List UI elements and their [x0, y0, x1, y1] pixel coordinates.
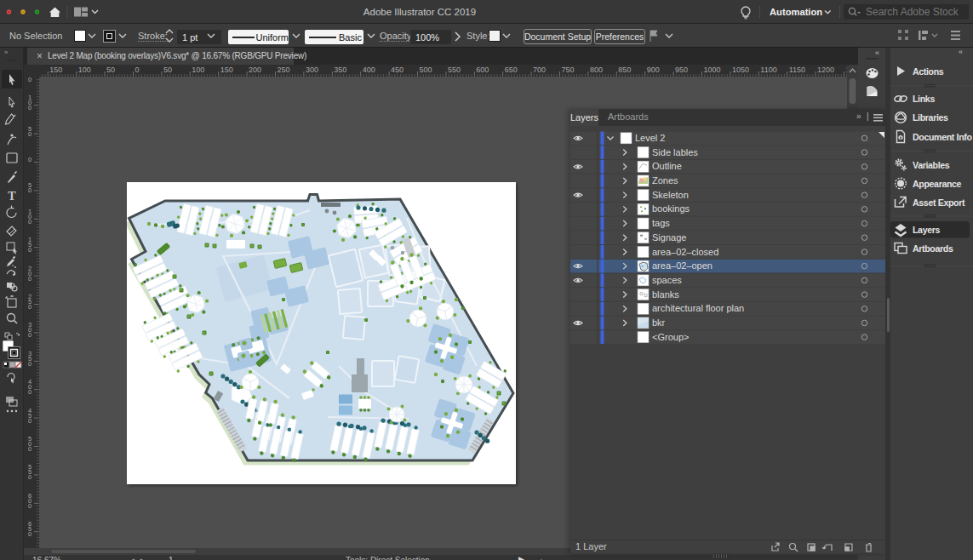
svg-text:Asset Export: Asset Export: [913, 197, 965, 208]
svg-text:«: «: [875, 49, 879, 57]
svg-text:Document Info: Document Info: [913, 132, 972, 142]
svg-text:Outline: Outline: [652, 161, 682, 171]
svg-text:Actions: Actions: [913, 66, 944, 77]
svg-text:architectural floor plan: architectural floor plan: [652, 303, 744, 313]
svg-text:250: 250: [278, 66, 290, 74]
svg-text:0: 0: [28, 445, 31, 453]
svg-text:1200: 1200: [817, 66, 834, 74]
svg-text:Artboards: Artboards: [913, 243, 953, 254]
svg-text:0: 0: [28, 502, 31, 510]
svg-text:spaces: spaces: [652, 275, 682, 285]
svg-text:Signage: Signage: [652, 232, 686, 243]
svg-text:Side lables: Side lables: [652, 147, 698, 157]
svg-text:800: 800: [590, 66, 603, 74]
svg-text:350: 350: [334, 66, 346, 74]
svg-text:0: 0: [28, 360, 31, 368]
svg-text:1000: 1000: [704, 66, 721, 74]
svg-text:450: 450: [391, 66, 404, 74]
svg-text:0: 0: [28, 473, 31, 481]
svg-text:100: 100: [78, 66, 91, 74]
svg-text:Zones: Zones: [652, 175, 678, 186]
svg-text:650: 650: [505, 66, 518, 74]
svg-text:1150: 1150: [789, 66, 805, 74]
svg-text:0: 0: [28, 246, 31, 254]
svg-text:0: 0: [28, 156, 31, 163]
svg-text:Skeleton: Skeleton: [652, 190, 689, 200]
svg-text:200: 200: [249, 66, 261, 74]
svg-text:100: 100: [192, 66, 204, 74]
svg-text:Automation: Automation: [770, 7, 822, 17]
svg-text:600: 600: [476, 66, 489, 74]
svg-text:700: 700: [533, 66, 546, 74]
svg-text:»: »: [4, 49, 9, 56]
svg-text:0: 0: [28, 77, 31, 83]
svg-text:area–02–closed: area–02–closed: [652, 247, 718, 257]
svg-text:150: 150: [220, 66, 233, 74]
svg-text:0: 0: [28, 417, 31, 425]
svg-text:0: 0: [28, 218, 31, 226]
svg-text:0: 0: [28, 530, 31, 538]
svg-text:300: 300: [306, 66, 318, 74]
svg-text:400: 400: [363, 66, 375, 74]
svg-text:Layers: Layers: [913, 225, 941, 235]
svg-text:750: 750: [562, 66, 575, 74]
svg-text:50: 50: [163, 66, 172, 74]
svg-text:area–02–open: area–02–open: [652, 260, 713, 271]
svg-text:550: 550: [448, 66, 461, 74]
svg-text:<Group>: <Group>: [652, 332, 689, 342]
svg-text:bookings: bookings: [652, 203, 690, 214]
svg-text:500: 500: [420, 66, 432, 74]
svg-text:1100: 1100: [760, 66, 776, 74]
svg-text:0: 0: [28, 331, 31, 339]
svg-text:Variables: Variables: [913, 160, 950, 170]
svg-text:0: 0: [28, 303, 31, 311]
svg-text:blanks: blanks: [652, 289, 679, 300]
svg-text:0: 0: [28, 104, 31, 111]
svg-text:850: 850: [618, 66, 631, 74]
svg-text:150: 150: [49, 66, 62, 74]
svg-text:Libraries: Libraries: [913, 112, 948, 123]
svg-text:bkr: bkr: [652, 317, 666, 328]
svg-text:tags: tags: [652, 218, 670, 228]
svg-text:Links: Links: [913, 94, 935, 104]
svg-text:Level 2: Level 2: [635, 133, 665, 143]
svg-text:0: 0: [28, 130, 31, 138]
svg-text:«: «: [959, 48, 963, 56]
svg-text:0: 0: [135, 66, 140, 74]
svg-text:50: 50: [106, 66, 115, 74]
svg-text:0: 0: [28, 275, 31, 283]
svg-text:T: T: [8, 190, 16, 203]
svg-text:950: 950: [675, 66, 688, 74]
svg-text:0: 0: [28, 388, 31, 396]
svg-text:900: 900: [647, 66, 660, 74]
svg-text:1050: 1050: [732, 66, 749, 74]
svg-text:Appearance: Appearance: [913, 179, 962, 189]
svg-text:0: 0: [28, 186, 31, 194]
